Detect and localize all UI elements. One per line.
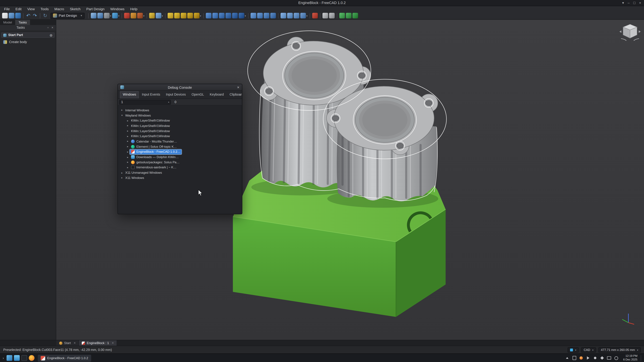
subtractive-pipe-button[interactable] (232, 13, 238, 18)
clipboard-icon[interactable] (572, 356, 576, 360)
edit-sketch-button[interactable] (130, 13, 136, 18)
tree-row[interactable]: ▸X11 Unmanaged Windows (118, 170, 242, 175)
dock-tab-model[interactable]: Model (0, 20, 15, 25)
sub-shape-binder-button[interactable] (346, 13, 352, 18)
debug-console-spinbox[interactable]: 1 ▴ (119, 100, 171, 104)
subtractive-helix-button[interactable]: ▾ (238, 13, 246, 18)
tree-item[interactable]: KWin::LayerShellV1Window (130, 134, 171, 138)
undo-button[interactable]: ↶ (26, 13, 31, 18)
dropdown-caret-icon[interactable]: ▾ (118, 14, 119, 17)
tree-item[interactable]: KWin::LayerShellV1Window (130, 129, 171, 133)
new-document-button[interactable] (2, 13, 8, 18)
tree-item[interactable]: tremendous-aardvark | ~ K… (130, 165, 178, 170)
minimize-button[interactable]: – (628, 0, 630, 6)
subtractive-loft-button[interactable] (226, 13, 231, 18)
navigation-cube[interactable] (618, 22, 642, 42)
tab-scroll-left-icon[interactable]: ‹ (236, 93, 238, 97)
shaft-wizard-button[interactable] (329, 13, 335, 18)
tree-row[interactable]: ▸KWin::LayerShellV1Window (118, 118, 242, 123)
tree-row[interactable]: ▸Calendar - Mozilla Thunder… (118, 139, 242, 144)
tab-scroll-right-icon[interactable]: › (239, 93, 240, 97)
tree-row[interactable]: ▾Wayland Windows (118, 113, 242, 118)
clone-button[interactable] (352, 13, 358, 18)
expand-icon[interactable]: ▸ (126, 150, 130, 154)
additive-pipe-button[interactable] (187, 13, 193, 18)
additive-helix-button[interactable]: ▾ (194, 13, 201, 18)
workbench-selector[interactable]: Part Design ▾ (50, 12, 84, 19)
dock-tab-tasks[interactable]: Tasks (15, 20, 30, 25)
debug-tab-input-events[interactable]: Input Events (139, 91, 163, 99)
debug-tab-opengl[interactable]: OpenGL (189, 91, 207, 99)
dropdown-caret-icon[interactable]: ▾ (143, 14, 144, 17)
redo-button[interactable]: ↷ (32, 13, 38, 18)
maximize-button[interactable]: □ (633, 0, 636, 6)
chat-icon[interactable] (579, 356, 583, 360)
dropdown-caret-icon[interactable]: ▾ (162, 14, 163, 17)
polar-pattern-button[interactable] (294, 13, 299, 18)
map-sketch-button[interactable]: ▾ (137, 13, 144, 18)
dropdown-caret-icon[interactable]: ▾ (245, 14, 246, 17)
expand-icon[interactable]: ▸ (126, 140, 130, 143)
create-body-toolbar-button[interactable] (149, 13, 155, 18)
tree-item[interactable]: X11 Unmanaged Windows (124, 170, 163, 175)
expand-icon[interactable]: ▸ (126, 166, 130, 169)
tree-item[interactable]: Internal Windows (124, 108, 150, 112)
menu-file[interactable]: File (1, 6, 12, 12)
tree-row[interactable]: ▸getsolus/packages: Solus Pa… (118, 160, 242, 165)
multitransform-button[interactable]: ▾ (300, 13, 308, 18)
tree-item[interactable]: Calendar - Mozilla Thunder… (130, 139, 178, 144)
float-panel-icon[interactable]: ▫ (48, 26, 49, 29)
menu-edit[interactable]: Edit (12, 6, 24, 12)
document-tab-start[interactable]: Start× (56, 340, 79, 346)
panel-expand-icon[interactable]: › (2, 355, 5, 361)
tree-row[interactable]: ▸X11 Windows (118, 175, 242, 180)
show-desktop-button[interactable] (641, 355, 642, 361)
tree-row[interactable]: ▸Element | Solus Off-topic K… (118, 144, 242, 149)
expand-icon[interactable]: ▸ (126, 155, 130, 159)
tree-row[interactable]: ▸KWin::LayerShellV1Window (118, 128, 242, 134)
collapse-icon[interactable]: ▾ (120, 114, 124, 117)
spin-up-icon[interactable]: ▴ (168, 100, 169, 103)
tree-item[interactable]: Element | Solus Off-topic K… (130, 144, 178, 149)
menu-view[interactable]: View (24, 6, 38, 12)
tree-row[interactable]: ▸Downloads — Dolphin KWin… (118, 154, 242, 160)
tray-expand-icon[interactable] (565, 356, 569, 360)
menu-macro[interactable]: Macro (52, 6, 67, 12)
expand-icon[interactable]: ▸ (126, 124, 130, 127)
viewport-dimensions[interactable]: 477.71 mm x 260.05 mm ▾ (598, 347, 641, 353)
revolution-button[interactable] (174, 13, 180, 18)
dropdown-caret-icon[interactable]: ▾ (110, 14, 111, 17)
tree-item[interactable]: Wayland Windows (124, 113, 152, 118)
debug-tab-keyboard[interactable]: Keyboard (207, 91, 227, 99)
debug-console-close-button[interactable]: × (237, 85, 240, 89)
groove-button[interactable] (219, 13, 224, 18)
pocket-button[interactable] (206, 13, 211, 18)
tree-item[interactable]: KWin::LayerShellV1Window (130, 118, 171, 123)
close-tab-icon[interactable]: × (112, 341, 114, 345)
menu-tools[interactable]: Tools (38, 6, 52, 12)
chamfer-button[interactable] (257, 13, 263, 18)
close-panel-icon[interactable]: × (52, 26, 53, 29)
zoom-selection-button[interactable] (97, 13, 103, 18)
refresh-button[interactable]: ↻ (42, 13, 48, 18)
network-icon[interactable] (593, 356, 597, 360)
create-body-button[interactable]: Create body (1, 39, 54, 44)
3d-viewport[interactable]: Debug Console × WindowsInput EventsInput… (56, 20, 644, 340)
dismiss-section-icon[interactable]: ⊗ (50, 33, 52, 37)
tree-item[interactable]: Downloads — Dolphin KWin… (130, 155, 180, 159)
expand-icon[interactable]: ▸ (126, 119, 130, 122)
debug-console-titlebar[interactable]: Debug Console × (118, 84, 242, 91)
menu-sketch[interactable]: Sketch (67, 6, 83, 12)
tree-row[interactable]: ▸Internal Windows (118, 107, 242, 113)
menu-part-design[interactable]: Part Design (83, 6, 107, 12)
navigation-style-selector[interactable]: CAD ▾ (581, 347, 596, 353)
create-sketch-button[interactable] (124, 13, 130, 18)
boolean-operation-button[interactable] (312, 13, 318, 18)
expand-icon[interactable]: ▸ (120, 108, 124, 112)
start-part-section[interactable]: Start Part ⊗ (1, 32, 54, 38)
fit-all-button[interactable] (90, 13, 96, 18)
isometric-view-button[interactable]: ▾ (112, 13, 120, 18)
mirrored-button[interactable] (280, 13, 286, 18)
volume-icon[interactable] (586, 356, 590, 360)
dropdown-caret-icon[interactable]: ▾ (306, 14, 308, 17)
